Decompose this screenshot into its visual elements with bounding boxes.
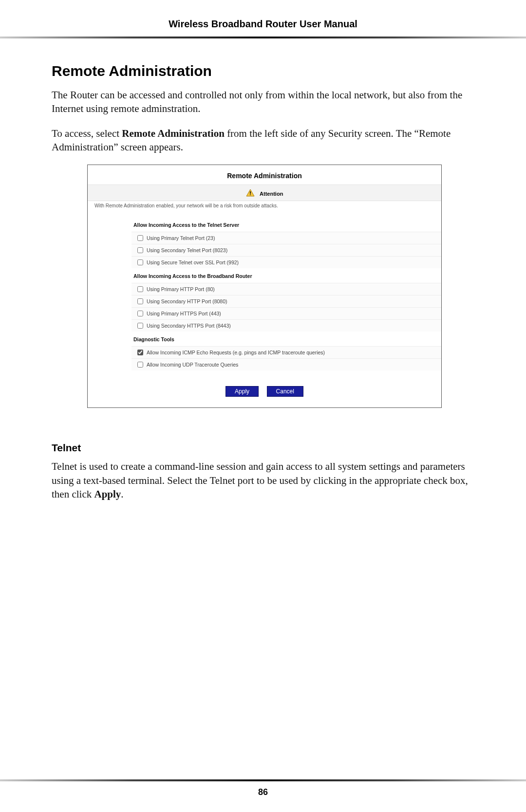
label-https-8443: Using Secondary HTTPS Port (8443) bbox=[147, 323, 231, 329]
svg-rect-1 bbox=[250, 191, 251, 194]
footer-divider bbox=[0, 779, 526, 781]
checkbox-telnet-ssl-992[interactable] bbox=[137, 259, 143, 265]
attention-text: With Remote Administration enabled, your… bbox=[88, 201, 441, 214]
row-telnet-ssl-992: Using Secure Telnet over SSL Port (992) bbox=[132, 256, 441, 268]
panel-button-row: Apply Cancel bbox=[88, 377, 441, 407]
panel-title: Remote Administration bbox=[88, 165, 441, 185]
row-icmp-echo: Allow Incoming ICMP Echo Requests (e.g. … bbox=[132, 346, 441, 358]
attention-label: Attention bbox=[260, 191, 283, 197]
header-divider bbox=[0, 37, 526, 38]
label-telnet-ssl-992: Using Secure Telnet over SSL Port (992) bbox=[147, 259, 239, 265]
svg-rect-2 bbox=[250, 195, 251, 196]
row-http-80: Using Primary HTTP Port (80) bbox=[132, 283, 441, 295]
telnet-para-post: . bbox=[121, 488, 123, 500]
config-area: Allow Incoming Access to the Telnet Serv… bbox=[88, 214, 441, 377]
section-heading: Remote Administration bbox=[52, 63, 477, 79]
checkbox-telnet-8023[interactable] bbox=[137, 247, 143, 253]
label-http-8080: Using Secondary HTTP Port (8080) bbox=[147, 298, 227, 304]
page-footer: 86 bbox=[0, 779, 526, 812]
checkbox-http-8080[interactable] bbox=[137, 298, 143, 304]
intro-para2-pre: To access, select bbox=[52, 128, 122, 139]
intro-paragraph-1: The Router can be accessed and controlle… bbox=[52, 88, 477, 116]
checkbox-https-443[interactable] bbox=[137, 311, 143, 316]
label-telnet-23: Using Primary Telnet Port (23) bbox=[147, 235, 215, 241]
row-http-8080: Using Secondary HTTP Port (8080) bbox=[132, 295, 441, 307]
page-number: 86 bbox=[0, 787, 526, 812]
label-udp-traceroute: Allow Incoming UDP Traceroute Queries bbox=[147, 362, 238, 368]
cancel-button[interactable]: Cancel bbox=[267, 386, 303, 397]
row-telnet-23: Using Primary Telnet Port (23) bbox=[132, 232, 441, 244]
group-diagnostic-header: Diagnostic Tools bbox=[132, 332, 441, 346]
attention-bar: Attention bbox=[88, 185, 441, 201]
checkbox-icmp-echo[interactable] bbox=[137, 350, 143, 355]
telnet-heading: Telnet bbox=[52, 442, 477, 454]
checkbox-https-8443[interactable] bbox=[137, 323, 143, 329]
group-telnet-header: Allow Incoming Access to the Telnet Serv… bbox=[132, 217, 441, 232]
intro-para2-bold: Remote Administration bbox=[122, 128, 225, 139]
row-udp-traceroute: Allow Incoming UDP Traceroute Queries bbox=[132, 358, 441, 370]
telnet-para-bold: Apply bbox=[94, 488, 121, 500]
label-http-80: Using Primary HTTP Port (80) bbox=[147, 286, 215, 292]
page-header-title: Wireless Broadband Router User Manual bbox=[0, 0, 526, 37]
checkbox-udp-traceroute[interactable] bbox=[137, 362, 143, 368]
intro-paragraph-2: To access, select Remote Administration … bbox=[52, 127, 477, 154]
row-https-8443: Using Secondary HTTPS Port (8443) bbox=[132, 319, 441, 332]
checkbox-telnet-23[interactable] bbox=[137, 235, 143, 241]
remote-admin-panel: Remote Administration Attention With Rem… bbox=[87, 165, 442, 408]
apply-button[interactable]: Apply bbox=[225, 386, 259, 397]
label-https-443: Using Primary HTTPS Port (443) bbox=[147, 311, 221, 316]
warning-icon bbox=[246, 189, 255, 199]
checkbox-http-80[interactable] bbox=[137, 286, 143, 292]
label-telnet-8023: Using Secondary Telnet Port (8023) bbox=[147, 247, 227, 253]
telnet-paragraph: Telnet is used to create a command-line … bbox=[52, 460, 477, 501]
row-https-443: Using Primary HTTPS Port (443) bbox=[132, 307, 441, 319]
label-icmp-echo: Allow Incoming ICMP Echo Requests (e.g. … bbox=[147, 350, 325, 355]
row-telnet-8023: Using Secondary Telnet Port (8023) bbox=[132, 244, 441, 256]
group-router-header: Allow Incoming Access to the Broadband R… bbox=[132, 268, 441, 283]
